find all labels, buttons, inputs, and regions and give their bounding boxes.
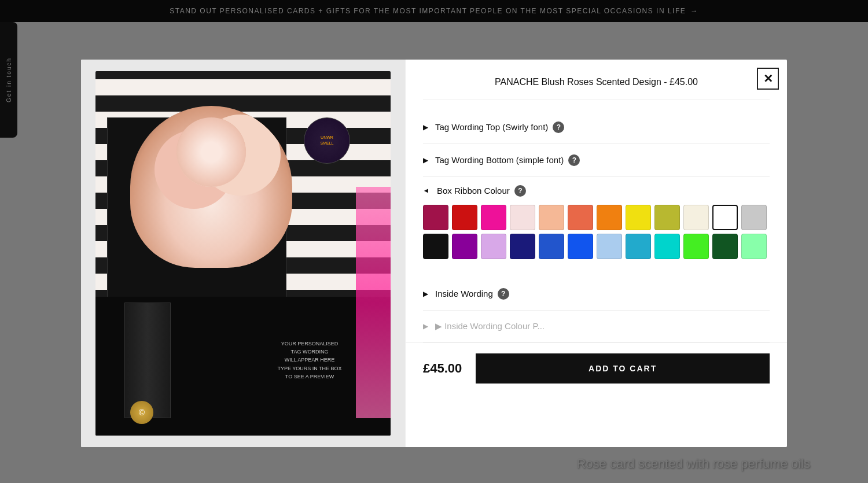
accordion-tag-bottom-header[interactable]: ▶ Tag Wording Bottom (simple font) ? [423,144,770,176]
swatch-white[interactable] [712,205,738,230]
ribbon-colour-help-icon[interactable]: ? [514,185,526,197]
accordion-tag-top-header[interactable]: ▶ Tag Wording Top (Swirly font) ? [423,111,770,143]
accordion-partial-label: ▶ Inside Wording Colour P... [435,321,545,331]
accordion-tag-top-arrow: ▶ [423,123,428,131]
swatch-crimson[interactable] [423,205,448,230]
ribbon-accent [356,187,391,418]
product-title: PANACHE Blush Roses Scented Design - £45… [423,77,770,99]
ribbon-colour-arrow: ▼ [422,187,431,194]
swatch-blush[interactable] [510,205,535,230]
swatch-peach[interactable] [539,205,564,230]
box-ribbon-colour-section: ▼ Box Ribbon Colour ? [423,177,770,278]
ribbon-colour-header[interactable]: ▼ Box Ribbon Colour ? [423,177,770,205]
roses-visual [130,106,292,268]
swatch-lime[interactable] [683,234,709,259]
swatch-turquoise[interactable] [626,234,651,259]
accordion-inside-wording: ▶ Inside Wording ? [423,278,770,311]
accordion-tag-top: ▶ Tag Wording Top (Swirly font) ? [423,111,770,144]
swatch-orange[interactable] [597,205,622,230]
product-image-panel: YOUR PERSONALISEDTAG WORDINGWILL APPEAR … [81,60,405,447]
swatch-salmon[interactable] [568,205,593,230]
badge: UNWRSMELL [304,117,350,164]
swatch-lilac[interactable] [481,234,506,259]
tag-top-help-icon[interactable]: ? [553,121,564,133]
close-button[interactable]: ✕ [757,68,779,90]
swatch-cream[interactable] [683,205,709,230]
swatch-yellow[interactable] [626,205,651,230]
swatch-purple[interactable] [452,234,477,259]
swatch-hot-pink[interactable] [481,205,506,230]
swatch-black[interactable] [423,234,448,259]
swatch-forest-green[interactable] [712,234,738,259]
modal-overlay: ✕ YOUR PERSONALISEDTAG WORD [0,0,868,483]
modal-bottom-bar: £45.00 ADD TO CART [406,342,787,394]
swatch-royal-blue[interactable] [539,234,564,259]
accordion-inside-wording-header[interactable]: ▶ Inside Wording ? [423,278,770,310]
swatch-baby-blue[interactable] [597,234,622,259]
product-detail-panel: PANACHE Blush Roses Scented Design - £45… [405,60,787,447]
accordion-tag-top-label: Tag Wording Top (Swirly font) [435,122,548,132]
accordion-tag-bottom-arrow: ▶ [423,156,428,164]
swatch-navy[interactable] [510,234,535,259]
add-to-cart-button[interactable]: ADD TO CART [476,353,770,384]
swatch-silver[interactable] [741,205,767,230]
inside-wording-help-icon[interactable]: ? [498,288,509,300]
accordion-partial-header[interactable]: ▶ ▶ Inside Wording Colour P... [423,311,770,342]
product-modal: ✕ YOUR PERSONALISEDTAG WORD [81,60,787,447]
tag-bottom-help-icon[interactable]: ? [568,154,580,166]
ribbon-colour-label: Box Ribbon Colour [437,186,510,196]
swatch-olive[interactable] [654,205,680,230]
swatch-red[interactable] [452,205,477,230]
swatch-cobalt[interactable] [568,234,593,259]
accordion-inside-wording-label: Inside Wording [435,289,493,298]
swatch-mint[interactable] [741,234,767,259]
swatch-teal[interactable] [654,234,680,259]
accordion-tag-bottom-label: Tag Wording Bottom (simple font) [435,155,564,165]
accordion-partial: ▶ ▶ Inside Wording Colour P... [423,311,770,342]
accordion-tag-bottom: ▶ Tag Wording Bottom (simple font) ? [423,144,770,177]
accordion-inside-wording-arrow: ▶ [423,290,428,298]
accordion-partial-arrow: ▶ [423,322,428,330]
product-box-bottom: YOUR PERSONALISEDTAG WORDINGWILL APPEAR … [95,297,391,436]
color-swatch-grid [423,205,770,268]
price-display: £45.00 [423,361,462,376]
